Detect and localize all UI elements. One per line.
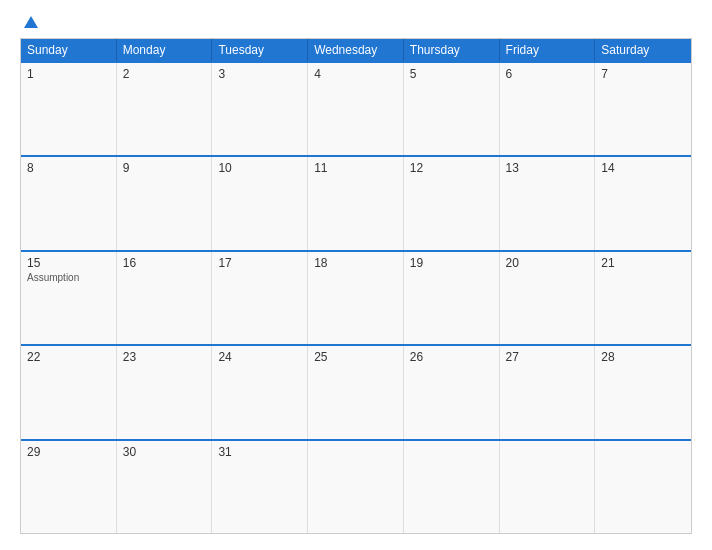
day-cell: 3 [212,63,308,155]
logo-blue-text [20,16,38,28]
day-number: 25 [314,350,397,364]
logo [20,16,38,28]
week-row-5: 293031 [21,439,691,533]
day-header-thursday: Thursday [404,39,500,61]
day-number: 28 [601,350,685,364]
weeks-container: 123456789101112131415Assumption161718192… [21,61,691,533]
day-number: 10 [218,161,301,175]
week-row-4: 22232425262728 [21,344,691,438]
day-number: 14 [601,161,685,175]
day-number: 16 [123,256,206,270]
day-header-sunday: Sunday [21,39,117,61]
day-cell: 26 [404,346,500,438]
day-cell: 19 [404,252,500,344]
day-number: 1 [27,67,110,81]
day-number: 2 [123,67,206,81]
holiday-label: Assumption [27,272,110,283]
day-cell [308,441,404,533]
day-cell [595,441,691,533]
day-cell: 21 [595,252,691,344]
day-cell: 30 [117,441,213,533]
day-cell: 28 [595,346,691,438]
day-cell: 8 [21,157,117,249]
day-cell: 7 [595,63,691,155]
day-headers-row: SundayMondayTuesdayWednesdayThursdayFrid… [21,39,691,61]
day-cell: 22 [21,346,117,438]
day-cell: 11 [308,157,404,249]
day-cell: 24 [212,346,308,438]
day-cell: 20 [500,252,596,344]
day-number: 4 [314,67,397,81]
day-number: 7 [601,67,685,81]
day-cell: 15Assumption [21,252,117,344]
day-number: 3 [218,67,301,81]
day-number: 15 [27,256,110,270]
day-cell: 23 [117,346,213,438]
logo-triangle-icon [24,16,38,28]
day-cell: 18 [308,252,404,344]
day-cell: 10 [212,157,308,249]
day-number: 12 [410,161,493,175]
day-number: 18 [314,256,397,270]
day-cell: 17 [212,252,308,344]
day-number: 30 [123,445,206,459]
day-number: 31 [218,445,301,459]
day-header-friday: Friday [500,39,596,61]
day-cell: 12 [404,157,500,249]
day-number: 24 [218,350,301,364]
day-cell: 6 [500,63,596,155]
day-number: 29 [27,445,110,459]
day-number: 27 [506,350,589,364]
day-number: 20 [506,256,589,270]
day-header-monday: Monday [117,39,213,61]
day-number: 11 [314,161,397,175]
day-cell [500,441,596,533]
day-cell: 5 [404,63,500,155]
header [20,16,692,28]
day-cell [404,441,500,533]
day-number: 19 [410,256,493,270]
day-header-wednesday: Wednesday [308,39,404,61]
day-number: 26 [410,350,493,364]
day-header-tuesday: Tuesday [212,39,308,61]
day-cell: 13 [500,157,596,249]
day-cell: 9 [117,157,213,249]
calendar-page: SundayMondayTuesdayWednesdayThursdayFrid… [0,0,712,550]
day-number: 9 [123,161,206,175]
day-cell: 1 [21,63,117,155]
day-number: 22 [27,350,110,364]
week-row-2: 891011121314 [21,155,691,249]
day-number: 8 [27,161,110,175]
day-cell: 27 [500,346,596,438]
day-number: 17 [218,256,301,270]
calendar-grid: SundayMondayTuesdayWednesdayThursdayFrid… [20,38,692,534]
day-header-saturday: Saturday [595,39,691,61]
week-row-1: 1234567 [21,61,691,155]
day-number: 21 [601,256,685,270]
day-cell: 25 [308,346,404,438]
day-cell: 4 [308,63,404,155]
day-cell: 2 [117,63,213,155]
day-cell: 29 [21,441,117,533]
day-number: 23 [123,350,206,364]
day-cell: 16 [117,252,213,344]
day-number: 5 [410,67,493,81]
day-cell: 14 [595,157,691,249]
day-number: 13 [506,161,589,175]
day-number: 6 [506,67,589,81]
day-cell: 31 [212,441,308,533]
week-row-3: 15Assumption161718192021 [21,250,691,344]
